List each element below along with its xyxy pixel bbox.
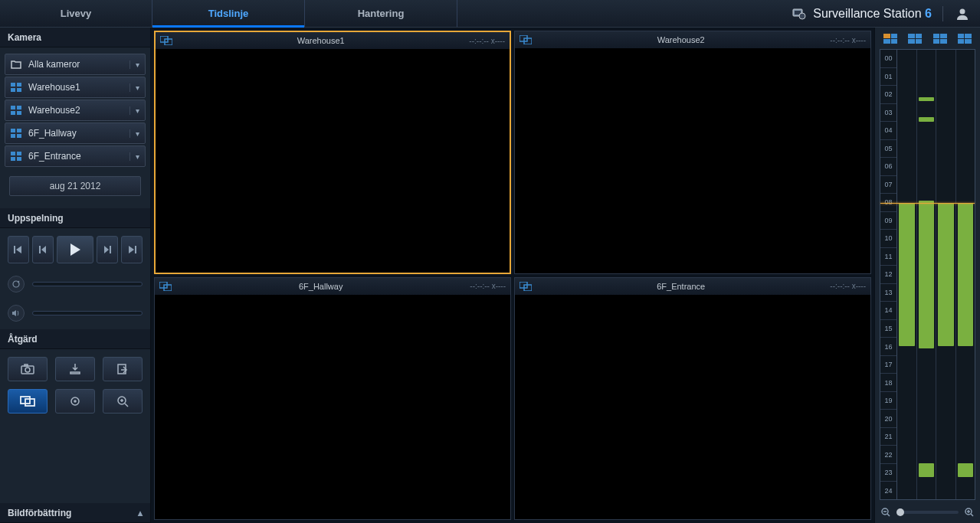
svg-point-3: [960, 8, 965, 14]
timeline-segment[interactable]: [958, 203, 974, 347]
camera-item-6f-hallway[interactable]: 6F_Hallway ▾: [5, 123, 146, 144]
tab-tidslinje[interactable]: Tidslinje: [152, 0, 305, 27]
timeline-grid[interactable]: 0001020304050607080910111213141516171819…: [880, 49, 975, 500]
timeline-segment[interactable]: [919, 97, 935, 102]
timeline-hour-label: 02: [880, 86, 896, 104]
brand-area: Surveillance Station 6: [792, 5, 980, 22]
timeline-segment[interactable]: [938, 203, 954, 347]
timeline-column[interactable]: [936, 50, 956, 499]
timeline-segment[interactable]: [958, 463, 974, 477]
video-cell-1[interactable]: Warehouse1 --:--:-- x----: [154, 31, 511, 274]
skip-end-button[interactable]: [121, 236, 143, 263]
svg-rect-12: [11, 129, 15, 132]
section-header-action[interactable]: Åtgärd: [0, 329, 150, 349]
speed-icon[interactable]: [8, 276, 25, 293]
overlay-icon: [160, 34, 172, 47]
svg-rect-5: [17, 83, 21, 87]
play-button[interactable]: [57, 236, 93, 263]
chevron-down-icon[interactable]: ▾: [129, 129, 140, 138]
grid-icon: [10, 81, 22, 93]
timeline-segment[interactable]: [899, 203, 915, 347]
user-icon[interactable]: [954, 5, 971, 22]
video-cell-2[interactable]: Warehouse2 --:--:-- x----: [514, 31, 871, 274]
camera-item-label: Warehouse1: [28, 82, 123, 93]
section-header-enhance[interactable]: Bildförbättring ▴: [0, 503, 150, 523]
video-title: 6F_Entrance: [538, 282, 824, 291]
video-cell-3[interactable]: 6F_Hallway --:--:-- x----: [154, 277, 511, 521]
timeline-column[interactable]: [956, 50, 975, 499]
layout-4-icon[interactable]: [958, 34, 972, 44]
top-bar: Livevy Tidslinje Hantering Surveillance …: [0, 0, 980, 28]
timeline-segment[interactable]: [919, 463, 935, 477]
video-header: Warehouse1 --:--:-- x----: [156, 32, 510, 49]
svg-rect-9: [17, 106, 21, 110]
layout-3-icon[interactable]: [933, 34, 947, 44]
snapshot-button[interactable]: [8, 357, 48, 381]
timeline-hour-label: 24: [880, 482, 896, 499]
video-viewport[interactable]: [515, 295, 870, 520]
timeline-hour-label: 22: [880, 446, 896, 464]
video-status: --:--:-- x----: [830, 282, 866, 290]
tab-label: Livevy: [61, 8, 91, 19]
step-back-button[interactable]: [32, 236, 54, 263]
step-forward-button[interactable]: [97, 236, 118, 263]
video-viewport[interactable]: [155, 295, 510, 520]
video-viewport[interactable]: [515, 48, 870, 273]
timeline-column[interactable]: [897, 50, 917, 499]
timeline-hour-label: 10: [880, 230, 896, 248]
tab-hantering[interactable]: Hantering: [305, 0, 457, 27]
section-title: Åtgärd: [8, 334, 38, 345]
folder-icon: [10, 58, 22, 70]
video-title: Warehouse1: [179, 36, 463, 45]
tab-label: Hantering: [358, 8, 405, 19]
zoom-out-icon[interactable]: [880, 506, 892, 518]
layout-2-icon[interactable]: [908, 34, 922, 44]
video-title: 6F_Hallway: [178, 282, 464, 291]
chevron-down-icon[interactable]: ▾: [129, 83, 140, 92]
chevron-up-icon: ▴: [138, 508, 143, 518]
target-button[interactable]: [55, 389, 95, 413]
camera-item-warehouse1[interactable]: Warehouse1 ▾: [5, 77, 146, 98]
layout-1-icon[interactable]: [883, 34, 897, 44]
timeline-cursor[interactable]: [880, 203, 975, 204]
video-viewport[interactable]: [156, 49, 510, 273]
volume-icon[interactable]: [8, 305, 25, 322]
section-header-camera[interactable]: Kamera: [0, 28, 150, 47]
timeline-segment[interactable]: [919, 201, 935, 349]
date-display[interactable]: aug 21 2012: [9, 176, 141, 196]
svg-rect-13: [17, 129, 21, 132]
camera-item-6f-entrance[interactable]: 6F_Entrance ▾: [5, 145, 146, 167]
video-cell-4[interactable]: 6F_Entrance --:--:-- x----: [514, 277, 871, 521]
section-header-playback[interactable]: Uppspelning: [0, 208, 150, 228]
chevron-down-icon[interactable]: ▾: [129, 60, 140, 69]
speed-slider[interactable]: [32, 282, 143, 286]
timeline-hour-label: 20: [880, 410, 896, 428]
grid-icon: [10, 127, 22, 139]
video-header: Warehouse2 --:--:-- x----: [515, 31, 870, 48]
timeline-hour-label: 23: [880, 464, 896, 482]
camera-item-all[interactable]: Alla kameror ▾: [5, 54, 146, 75]
download-button[interactable]: [55, 357, 95, 381]
grid-icon: [10, 150, 22, 162]
svg-point-37: [74, 400, 76, 402]
timeline-segment[interactable]: [899, 214, 915, 223]
camera-item-warehouse2[interactable]: Warehouse2 ▾: [5, 100, 146, 121]
overlay-button[interactable]: [8, 389, 48, 413]
zoom-button[interactable]: [103, 389, 143, 413]
export-button[interactable]: [103, 357, 143, 381]
volume-slider[interactable]: [32, 311, 143, 315]
video-grid: Warehouse1 --:--:-- x---- Warehouse2 --:…: [151, 28, 874, 523]
zoom-in-icon[interactable]: [963, 506, 975, 518]
timeline-columns[interactable]: [897, 50, 975, 499]
chevron-down-icon[interactable]: ▾: [129, 152, 140, 161]
svg-rect-32: [25, 364, 28, 366]
volume-slider-row: [8, 305, 143, 322]
timeline-column[interactable]: [917, 50, 937, 499]
svg-rect-11: [17, 111, 21, 115]
zoom-slider[interactable]: [896, 511, 959, 514]
chevron-down-icon[interactable]: ▾: [129, 106, 140, 115]
timeline-segment[interactable]: [919, 117, 935, 122]
tab-livevy[interactable]: Livevy: [0, 0, 152, 27]
skip-start-button[interactable]: [8, 236, 29, 263]
zoom-thumb[interactable]: [896, 508, 904, 516]
